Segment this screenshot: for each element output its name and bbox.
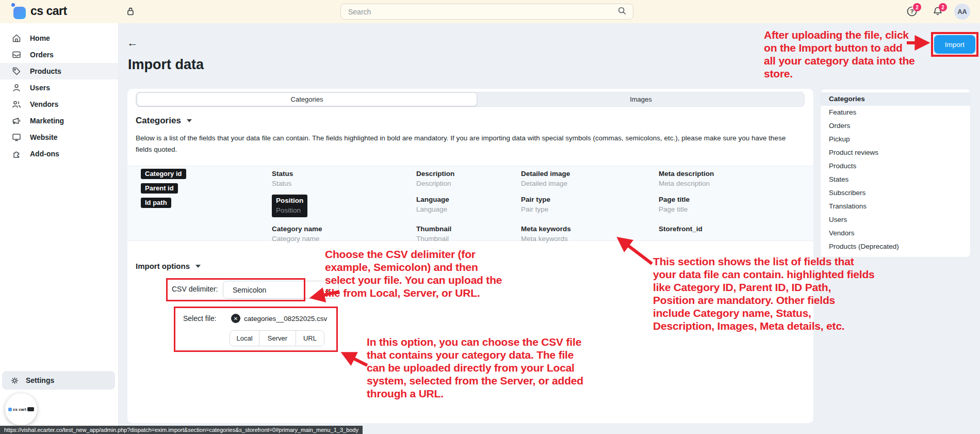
- csv-delimiter-select[interactable]: Semicolon: [223, 281, 339, 299]
- tag-icon: [11, 66, 22, 76]
- url-button[interactable]: URL: [296, 331, 324, 346]
- select-file-label: Select file:: [183, 314, 217, 323]
- import-options-toggle[interactable]: Import options: [136, 262, 201, 270]
- section-item-products[interactable]: Products: [821, 159, 970, 173]
- field-badge: Id path: [141, 198, 171, 208]
- sidebar-item-orders[interactable]: Orders: [0, 46, 118, 63]
- field-badge-position: PositionPosition: [272, 195, 307, 217]
- home-icon: [11, 33, 22, 43]
- puzzle-icon: [11, 149, 22, 159]
- section-item-categories[interactable]: Categories: [821, 92, 970, 106]
- fields-column-3: DescriptionDescription LanguageLanguage …: [416, 169, 454, 250]
- tab-images[interactable]: Images: [478, 92, 804, 106]
- unlock-icon[interactable]: [125, 6, 136, 19]
- megaphone-icon: [11, 116, 22, 126]
- field-badge: Category id: [141, 169, 186, 179]
- sidebar-item-vendors[interactable]: Vendors: [0, 96, 118, 112]
- sidebar-item-settings[interactable]: Settings: [2, 371, 115, 390]
- section-item-features[interactable]: Features: [821, 106, 970, 119]
- cscart-logo-text: cs cart: [30, 4, 67, 18]
- fields-column-5: Meta descriptionMeta description Page ti…: [659, 169, 714, 250]
- local-button[interactable]: Local: [230, 331, 259, 346]
- section-item-states[interactable]: States: [821, 173, 970, 186]
- selected-file-name: categories__08252025.csv: [244, 315, 327, 323]
- monitor-icon: [11, 132, 22, 142]
- orders-icon: [11, 50, 22, 60]
- back-button[interactable]: ←: [127, 37, 138, 49]
- status-bar-link-preview: https://vishal.ecarter.co/test_new_app/a…: [0, 426, 363, 434]
- gear-icon: [10, 376, 19, 385]
- search-icon[interactable]: [617, 6, 627, 18]
- section-item-product-reviews[interactable]: Product reviews: [821, 146, 970, 159]
- chevron-down-icon: [187, 119, 192, 122]
- global-search: [340, 4, 633, 20]
- import-sections-panel: Categories Features Orders Pickup Produc…: [820, 89, 971, 258]
- section-item-orders[interactable]: Orders: [821, 119, 970, 133]
- tabbar: Categories Images: [136, 92, 805, 107]
- section-item-vendors[interactable]: Vendors: [821, 227, 970, 240]
- annotation-import: After uploading the file, click on the I…: [764, 28, 915, 80]
- notifications-badge: 2: [939, 3, 947, 11]
- sidebar-item-website[interactable]: Website: [0, 129, 118, 146]
- file-source-buttons: Local Server URL: [230, 330, 324, 346]
- vendors-icon: [11, 99, 22, 109]
- import-button[interactable]: Import: [934, 35, 975, 54]
- tab-categories[interactable]: Categories: [137, 92, 477, 106]
- section-item-subscribers[interactable]: Subscribers: [821, 186, 970, 200]
- field-badge: Parent id: [141, 183, 178, 194]
- sidebar-item-home[interactable]: Home: [0, 30, 118, 46]
- user-icon: [11, 83, 22, 93]
- csv-delimiter-label: CSV delimiter:: [172, 285, 218, 293]
- left-sidebar: Home Orders Products Users Vendors Marke…: [0, 23, 119, 426]
- cscart-logo-icon: [12, 5, 26, 18]
- categories-section-toggle[interactable]: Categories: [136, 116, 192, 126]
- remove-file-icon[interactable]: ✕: [231, 314, 240, 323]
- cscart-mini-badge: [27, 407, 34, 411]
- categories-description: Below is a list of the fields that your …: [136, 133, 802, 155]
- section-item-users[interactable]: Users: [821, 213, 970, 227]
- search-input[interactable]: [341, 8, 617, 16]
- section-item-products-deprecated[interactable]: Products (Deprecated): [821, 240, 970, 253]
- section-item-translations[interactable]: Translations: [821, 200, 970, 213]
- cscart-mini-icon: [8, 408, 12, 411]
- sidebar-item-marketing[interactable]: Marketing: [0, 112, 118, 129]
- fields-list: Category id Parent id Id path StatusStat…: [127, 166, 813, 241]
- chevron-down-icon: [325, 287, 331, 295]
- sidebar-item-users[interactable]: Users: [0, 79, 118, 96]
- sidebar-item-products[interactable]: Products: [0, 63, 118, 79]
- topbar: cs cart ? 2 2 AA: [0, 0, 980, 23]
- import-panel: Categories Images Categories Below is a …: [127, 89, 813, 423]
- cscart-floating-logo[interactable]: cs cart: [5, 393, 37, 425]
- server-button[interactable]: Server: [259, 331, 296, 346]
- avatar[interactable]: AA: [954, 4, 970, 20]
- whats-new-badge: 2: [913, 3, 921, 11]
- section-item-pickup[interactable]: Pickup: [821, 133, 970, 146]
- fields-column-4: Detailed imageDetailed image Pair typePa…: [521, 169, 571, 250]
- sidebar-item-addons[interactable]: Add-ons: [0, 146, 118, 162]
- chevron-down-icon: [195, 265, 201, 268]
- fields-column-1: Category id Parent id Id path: [141, 169, 186, 212]
- page-title: Import data: [128, 57, 204, 73]
- cscart-logo[interactable]: cs cart: [12, 4, 67, 18]
- fields-column-2: StatusStatus PositionPosition Category n…: [272, 169, 322, 250]
